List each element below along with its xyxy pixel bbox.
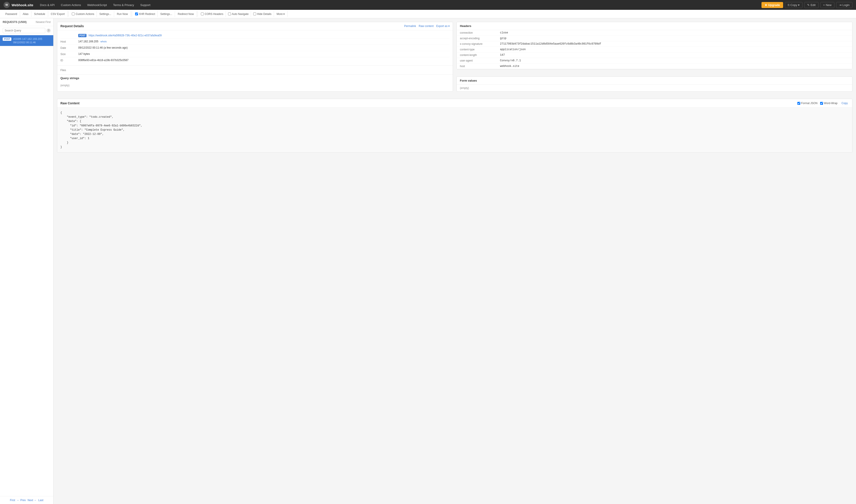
permalink-link[interactable]: Permalink bbox=[404, 24, 416, 28]
webhookscript-link[interactable]: WebhookScript bbox=[85, 2, 109, 7]
files-row: Files bbox=[60, 67, 450, 73]
date-detail-row: Date 09/12/2022 00:11:46 (a few seconds … bbox=[60, 45, 450, 51]
hide-details-checkbox[interactable] bbox=[253, 13, 256, 15]
logo-icon: W bbox=[3, 2, 10, 8]
run-now-toolbar-item[interactable]: Run Now bbox=[114, 11, 131, 17]
first-page-link[interactable]: First bbox=[10, 499, 15, 502]
request-details-title: Request Details bbox=[60, 24, 84, 28]
header-key: connection bbox=[457, 30, 497, 36]
files-label: Files bbox=[60, 68, 78, 72]
raw-content-header: Raw Content Format JSON Word-Wrap Copy bbox=[57, 99, 852, 108]
form-values-empty: (empty) bbox=[457, 85, 852, 91]
raw-content-link[interactable]: Raw content bbox=[418, 24, 433, 28]
schedule-toolbar-item[interactable]: Schedule bbox=[32, 11, 48, 17]
query-strings-value: (empty) bbox=[57, 82, 453, 89]
search-help-icon[interactable]: ? bbox=[47, 29, 51, 33]
csv-export-toolbar-item[interactable]: CSV Export bbox=[48, 11, 68, 17]
settings-toolbar-item[interactable]: Settings... bbox=[97, 11, 114, 17]
xhr-redirect-checkbox[interactable] bbox=[135, 13, 138, 15]
size-label: Size bbox=[60, 52, 78, 56]
redirect-now-toolbar-item[interactable]: Redirect Now bbox=[175, 11, 197, 17]
date-label: Date bbox=[60, 46, 78, 50]
copy-chevron-icon: ▾ bbox=[798, 3, 800, 7]
last-page-link[interactable]: Last bbox=[38, 499, 43, 502]
sidebar-header: REQUESTS (1/500) Newest First bbox=[0, 18, 53, 26]
host-detail-row: Host 147.182.169.205 whois bbox=[60, 39, 450, 45]
raw-copy-button[interactable]: Copy bbox=[840, 101, 849, 105]
plus-icon: + bbox=[823, 3, 825, 7]
sidebar-pagination: First ← Prev Next → Last bbox=[0, 496, 53, 504]
header-value: gzip bbox=[497, 36, 852, 41]
header-value: 27117993d473f2dabac1511a12d0d584e5aae626… bbox=[497, 41, 852, 47]
header-key: x-convoy-signature bbox=[457, 41, 497, 47]
whois-link[interactable]: whois bbox=[100, 40, 107, 43]
headers-title: Headers bbox=[457, 22, 852, 30]
cors-headers-checkbox[interactable] bbox=[201, 13, 204, 15]
request-url-link[interactable]: https://webhook.site/4a5f8928-73fc-40e2-… bbox=[89, 34, 162, 37]
raw-content-title: Raw Content bbox=[60, 102, 79, 105]
size-value: 147 bytes bbox=[78, 52, 450, 55]
id-value: 008f6e93-e81e-4b18-a19b-937b325c0587 bbox=[78, 59, 450, 62]
upgrade-button[interactable]: ★ Upgrade bbox=[762, 2, 783, 8]
docs-api-link[interactable]: Docs & API bbox=[38, 2, 57, 7]
search-input[interactable] bbox=[3, 28, 45, 33]
main-layout: REQUESTS (1/500) Newest First ? POST #00… bbox=[0, 18, 856, 504]
custom-actions-link[interactable]: Custom Actions bbox=[59, 2, 83, 7]
copy-icon: ⎘ bbox=[788, 3, 789, 7]
form-values-panel: Form values (empty) bbox=[457, 76, 853, 92]
requests-count-label: REQUESTS (1/500) bbox=[3, 20, 26, 24]
url-value: POST https://webhook.site/4a5f8928-73fc-… bbox=[78, 34, 450, 37]
header-value: application/json bbox=[497, 47, 852, 52]
hide-details-toolbar-item[interactable]: Hide Details bbox=[251, 11, 274, 17]
settings2-toolbar-item[interactable]: Settings... bbox=[158, 11, 175, 17]
date-value: 09/12/2022 00:11:46 (a few seconds ago) bbox=[78, 46, 450, 49]
request-date: 09/12/2022 00:11:46 bbox=[13, 41, 51, 44]
custom-actions-checkbox[interactable] bbox=[72, 13, 75, 15]
request-list-item[interactable]: POST #008f6 147.182.169.205 09/12/2022 0… bbox=[0, 35, 53, 46]
request-ip: 147.182.169.205 bbox=[22, 37, 42, 40]
site-name: Webhook.site bbox=[12, 3, 33, 7]
headers-panel: Headers connectioncloseaccept-encodinggz… bbox=[457, 22, 853, 69]
toolbar-separator-1 bbox=[68, 11, 69, 17]
xhr-redirect-toolbar-item[interactable]: XHR Redirect bbox=[133, 11, 158, 17]
table-row: content-typeapplication/json bbox=[457, 47, 852, 52]
request-method-badge: POST bbox=[3, 37, 11, 41]
header-key: content-type bbox=[457, 47, 497, 52]
format-json-label[interactable]: Format JSON bbox=[797, 102, 817, 105]
star-icon: ★ bbox=[765, 3, 767, 7]
toolbar-separator-3 bbox=[197, 11, 198, 17]
raw-content-panel: Raw Content Format JSON Word-Wrap Copy {… bbox=[57, 99, 853, 153]
content-area: Request Details Permalink Raw content Ex… bbox=[54, 18, 856, 504]
word-wrap-checkbox[interactable] bbox=[820, 102, 823, 105]
login-icon: ⇥ bbox=[839, 3, 841, 7]
table-row: x-convoy-signature27117993d473f2dabac151… bbox=[457, 41, 852, 47]
login-button[interactable]: ⇥ Login bbox=[836, 2, 853, 8]
details-grid: POST https://webhook.site/4a5f8928-73fc-… bbox=[57, 30, 453, 66]
prev-page-link[interactable]: ← Prev bbox=[17, 499, 26, 502]
alias-toolbar-item[interactable]: Alias bbox=[20, 11, 32, 17]
next-page-link[interactable]: Next → bbox=[28, 499, 37, 502]
sort-label[interactable]: Newest First bbox=[36, 20, 51, 24]
export-as-link[interactable]: Export as ▾ bbox=[436, 24, 450, 28]
auto-navigate-checkbox[interactable] bbox=[228, 13, 231, 15]
id-label: ID bbox=[60, 59, 78, 62]
url-detail-row: POST https://webhook.site/4a5f8928-73fc-… bbox=[60, 33, 450, 39]
auto-navigate-toolbar-item[interactable]: Auto Navigate bbox=[226, 11, 251, 17]
secondary-toolbar: Password Alias Schedule CSV Export Custo… bbox=[0, 10, 856, 18]
raw-code-content: { "event_type": "todo.created", "data": … bbox=[57, 108, 852, 152]
header-value: Convoy/v0.7.1 bbox=[497, 58, 852, 64]
terms-link[interactable]: Terms & Privacy bbox=[111, 2, 136, 7]
support-link[interactable]: Support bbox=[138, 2, 153, 7]
raw-controls: Format JSON Word-Wrap Copy bbox=[797, 101, 849, 105]
cors-headers-toolbar-item[interactable]: CORS Headers bbox=[199, 11, 226, 17]
word-wrap-label[interactable]: Word-Wrap bbox=[820, 102, 838, 105]
format-json-checkbox[interactable] bbox=[797, 102, 800, 105]
top-navigation: W Webhook.site Docs & API Custom Actions… bbox=[0, 0, 856, 10]
custom-actions-toolbar-item[interactable]: Custom Actions bbox=[70, 11, 96, 17]
new-button[interactable]: + New bbox=[820, 2, 835, 8]
copy-button[interactable]: ⎘ Copy ▾ bbox=[785, 2, 802, 8]
more-toolbar-item[interactable]: More ▾ bbox=[274, 11, 288, 17]
table-row: hostwebhook.site bbox=[457, 64, 852, 69]
edit-button[interactable]: ✎ Edit bbox=[804, 2, 818, 8]
password-toolbar-item[interactable]: Password bbox=[3, 11, 20, 17]
